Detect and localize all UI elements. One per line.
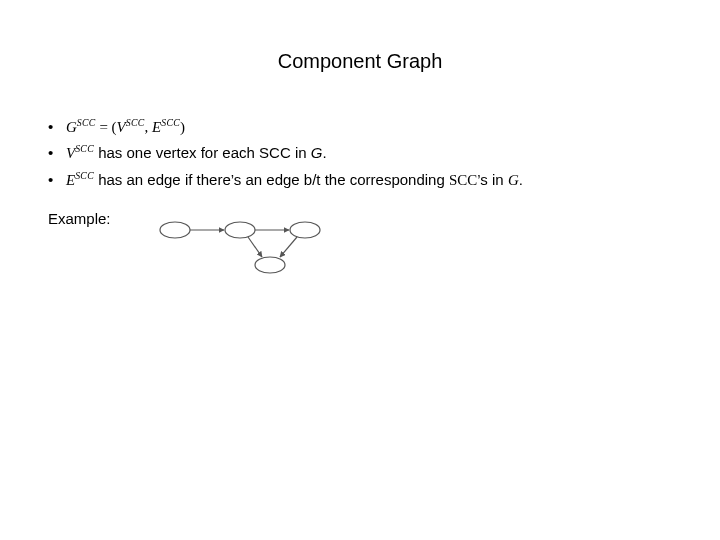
- sym-g: G: [311, 144, 323, 161]
- bullet-2-text-a: has one vertex for each SCC in: [94, 144, 311, 161]
- sym-comma: ,: [145, 119, 153, 135]
- bullet-item-2: • VSCC has one vertex for each SCC in G.: [48, 141, 688, 165]
- sym-sup: SCC: [75, 143, 94, 154]
- sym-e: ESCC: [66, 172, 94, 188]
- edge: [280, 237, 297, 257]
- sym-v: V: [117, 119, 126, 135]
- bullet-1-math: GSCC = (VSCC, ESCC): [66, 115, 185, 139]
- bullet-list: • GSCC = (VSCC, ESCC) • VSCC has one ver…: [48, 115, 688, 194]
- scc-node: [290, 222, 320, 238]
- bullet-2-text-b: .: [322, 144, 326, 161]
- scc-node: [225, 222, 255, 238]
- sym-sup: SCC: [161, 117, 180, 128]
- bullet-3-text-b: ’s in: [477, 171, 508, 188]
- bullet-3-content: ESCC has an edge if there’s an edge b/t …: [66, 168, 523, 192]
- sym-v-letter: V: [66, 145, 75, 161]
- page-title: Component Graph: [0, 50, 720, 73]
- bullet-item-3: • ESCC has an edge if there’s an edge b/…: [48, 168, 688, 192]
- sym-close: ): [180, 119, 185, 135]
- sym-sup: SCC: [126, 117, 145, 128]
- bullet-2-content: VSCC has one vertex for each SCC in G.: [66, 141, 327, 165]
- sym-v: VSCC: [66, 145, 94, 161]
- bullet-item-1: • GSCC = (VSCC, ESCC): [48, 115, 688, 139]
- sym-eq: = (: [96, 119, 117, 135]
- sym-scc: SCC: [449, 172, 477, 188]
- bullet-3-text-c: .: [519, 171, 523, 188]
- scc-node: [160, 222, 190, 238]
- example-label: Example:: [48, 210, 111, 227]
- slide: Component Graph • GSCC = (VSCC, ESCC) • …: [0, 0, 720, 540]
- sym-e-letter: E: [66, 172, 75, 188]
- bullet-dot: •: [48, 141, 66, 164]
- sym-g: G: [508, 172, 519, 188]
- sym-e: E: [152, 119, 161, 135]
- sym-sup: SCC: [75, 170, 94, 181]
- sym-sup: SCC: [77, 117, 96, 128]
- bullet-3-text-a: has an edge if there’s an edge b/t the c…: [94, 171, 449, 188]
- sym-g: G: [66, 119, 77, 135]
- component-graph-diagram: [155, 215, 355, 285]
- edge: [248, 237, 262, 257]
- bullet-dot: •: [48, 115, 66, 138]
- bullet-dot: •: [48, 168, 66, 191]
- scc-node: [255, 257, 285, 273]
